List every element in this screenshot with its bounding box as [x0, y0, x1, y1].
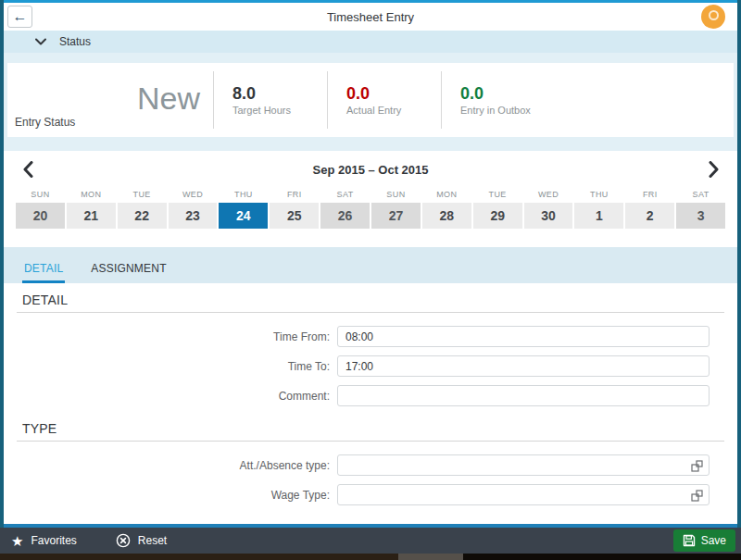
- footer-toolbar: ★ Favorites Reset Save: [0, 528, 741, 554]
- day-name-row: SUN MON TUE WED THU FRI SAT SUN MON TUE …: [16, 190, 725, 199]
- tab-detail[interactable]: DETAIL: [22, 262, 65, 283]
- status-card: New Entry Status 8.0 Target Hours 0.0 Ac…: [7, 63, 734, 137]
- desktop-strip-segment: [0, 554, 398, 560]
- day-cell[interactable]: 21: [67, 203, 116, 229]
- time-to-label: Time To:: [17, 360, 337, 373]
- tab-assignment[interactable]: ASSIGNMENT: [89, 262, 168, 283]
- timesheet-entry-app: ← Timesheet Entry Status New Entry Statu…: [0, 0, 741, 560]
- time-to-input[interactable]: [337, 355, 710, 377]
- target-hours-label: Target Hours: [232, 105, 327, 116]
- next-period-button[interactable]: [702, 158, 724, 180]
- entry-status-label: Entry Status: [15, 116, 75, 129]
- day-name: SUN: [16, 190, 65, 199]
- value-help-icon: [691, 490, 703, 502]
- day-cell[interactable]: 20: [16, 203, 65, 229]
- type-section-heading: TYPE: [17, 421, 724, 442]
- save-label: Save: [701, 534, 726, 547]
- day-cell[interactable]: 29: [473, 203, 522, 229]
- day-name: MON: [67, 190, 116, 199]
- day-cell[interactable]: 25: [270, 203, 319, 229]
- entry-in-outbox-value: 0.0: [460, 84, 555, 103]
- favorites-label: Favorites: [31, 534, 76, 547]
- previous-period-button[interactable]: [17, 158, 39, 180]
- desktop-strip-segment: [398, 554, 463, 560]
- att-absence-type-input[interactable]: [337, 454, 710, 476]
- calendar-header: Sep 2015 – Oct 2015: [4, 151, 737, 179]
- tab-bar: DETAIL ASSIGNMENT: [4, 247, 737, 283]
- day-cell[interactable]: 27: [371, 203, 421, 229]
- day-cell[interactable]: 22: [118, 203, 167, 229]
- page-title: Timesheet Entry: [4, 10, 737, 24]
- user-avatar[interactable]: [701, 5, 725, 29]
- status-bar-label: Status: [59, 35, 91, 48]
- day-name: SAT: [320, 190, 370, 199]
- entry-in-outbox-label: Entry in Outbox: [460, 105, 555, 116]
- entry-status-value: New: [137, 81, 200, 117]
- app-header: ← Timesheet Entry: [4, 3, 737, 31]
- wage-type-value-help-button[interactable]: [689, 488, 704, 503]
- floppy-disk-icon: [683, 534, 696, 547]
- reset-label: Reset: [138, 534, 167, 547]
- day-name: THU: [574, 190, 623, 199]
- window-border-right: [737, 0, 741, 554]
- entry-status-block: New Entry Status: [7, 63, 213, 137]
- day-name: SAT: [676, 190, 725, 199]
- actual-entry-value: 0.0: [346, 84, 441, 103]
- desktop-background-strip: [0, 554, 741, 560]
- chevron-left-icon: [23, 161, 33, 178]
- chevron-right-icon: [709, 161, 719, 178]
- comment-row: Comment:: [17, 385, 724, 406]
- day-cell[interactable]: 1: [574, 203, 623, 229]
- day-name: SUN: [371, 190, 421, 199]
- comment-label: Comment:: [17, 390, 337, 403]
- day-name: FRI: [625, 190, 674, 199]
- wage-type-input[interactable]: [337, 484, 710, 505]
- target-hours-value: 8.0: [232, 84, 327, 103]
- day-cell-row: 20 21 22 23 24 25 26 27 28 29 30 1 2 3: [16, 203, 725, 229]
- metric-target-hours: 8.0 Target Hours: [213, 71, 327, 129]
- circle-x-icon: [116, 533, 131, 548]
- day-cell[interactable]: 3: [676, 203, 725, 229]
- day-name: FRI: [270, 190, 319, 199]
- actual-entry-label: Actual Entry: [346, 105, 441, 116]
- day-cell-selected[interactable]: 24: [219, 203, 268, 229]
- time-to-row: Time To:: [17, 355, 724, 377]
- detail-section-heading: DETAIL: [17, 292, 724, 313]
- day-name: WED: [169, 190, 218, 199]
- star-icon: ★: [11, 534, 23, 548]
- time-from-label: Time From:: [17, 330, 337, 343]
- day-cell[interactable]: 23: [169, 203, 218, 229]
- att-absence-value-help-button[interactable]: [689, 458, 704, 473]
- calendar-week-strip: Sep 2015 – Oct 2015 SUN MON TUE WED THU …: [4, 151, 737, 247]
- chevron-down-icon: [35, 38, 46, 45]
- day-cell[interactable]: 2: [625, 203, 674, 229]
- time-from-row: Time From:: [17, 326, 724, 347]
- day-cell[interactable]: 30: [524, 203, 573, 229]
- day-cell[interactable]: 28: [422, 203, 471, 229]
- wage-type-label: Wage Type:: [17, 489, 337, 502]
- day-name: TUE: [118, 190, 167, 199]
- day-name: MON: [422, 190, 471, 199]
- favorites-button[interactable]: ★ Favorites: [11, 534, 77, 548]
- time-from-input[interactable]: [337, 326, 710, 347]
- metric-actual-entry: 0.0 Actual Entry: [327, 71, 441, 129]
- save-button[interactable]: Save: [673, 529, 735, 552]
- status-section: Status New Entry Status 8.0 Target Hours…: [4, 31, 737, 151]
- day-name: THU: [219, 190, 268, 199]
- wage-type-row: Wage Type:: [17, 484, 724, 505]
- form-content: DETAIL Time From: Time To: Comment: TYPE…: [4, 283, 737, 524]
- reset-button[interactable]: Reset: [116, 533, 167, 548]
- desktop-strip-segment: [463, 554, 741, 560]
- day-cell[interactable]: 26: [320, 203, 370, 229]
- comment-input[interactable]: [337, 385, 710, 406]
- status-collapse-header[interactable]: Status: [4, 31, 737, 53]
- user-icon: [709, 10, 719, 20]
- day-name: WED: [524, 190, 573, 199]
- att-absence-type-row: Att./Absence type:: [17, 454, 724, 476]
- value-help-icon: [691, 460, 703, 472]
- att-absence-type-label: Att./Absence type:: [17, 459, 337, 472]
- day-name: TUE: [473, 190, 522, 199]
- calendar-period-title: Sep 2015 – Oct 2015: [4, 160, 737, 177]
- metric-entry-in-outbox: 0.0 Entry in Outbox: [441, 71, 555, 129]
